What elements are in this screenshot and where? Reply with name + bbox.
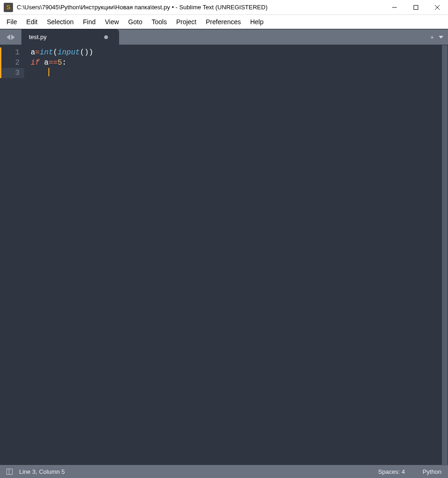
window-controls <box>384 0 448 14</box>
line-number: 3 <box>0 68 24 78</box>
close-button[interactable] <box>427 0 448 14</box>
code-line: if a==5: <box>31 58 393 68</box>
text-caret <box>48 68 49 76</box>
line-number-gutter: 123 <box>0 45 24 465</box>
code-line <box>31 68 393 78</box>
minimap[interactable] <box>393 45 441 465</box>
tab-history-nav <box>0 29 21 45</box>
nav-forward-icon[interactable] <box>11 34 15 40</box>
tab-test-py[interactable]: test.py <box>21 29 119 45</box>
menu-item-help[interactable]: Help <box>246 16 268 27</box>
maximize-button[interactable] <box>405 0 427 14</box>
menu-item-edit[interactable]: Edit <box>22 16 42 27</box>
editor-area: 123 a=int(input())if a==5: <box>0 45 448 465</box>
cursor-position[interactable]: Line 3, Column 5 <box>19 468 65 475</box>
svg-rect-1 <box>414 5 418 9</box>
scrollbar-thumb[interactable] <box>442 45 448 465</box>
menu-item-view[interactable]: View <box>100 16 124 27</box>
line-number: 2 <box>0 58 24 68</box>
nav-back-icon[interactable] <box>7 34 10 40</box>
code-line: a=int(input()) <box>31 47 393 58</box>
menu-bar: FileEditSelectionFindViewGotoToolsProjec… <box>0 15 448 29</box>
menu-item-goto[interactable]: Goto <box>124 16 147 27</box>
line-number: 1 <box>0 47 24 58</box>
window-title: C:\Users\79045\Python\Инструкции\Новая п… <box>17 4 384 11</box>
minimize-button[interactable] <box>384 0 405 14</box>
dirty-indicator-icon <box>104 35 108 39</box>
title-bar: S C:\Users\79045\Python\Инструкции\Новая… <box>0 0 448 15</box>
menu-item-preferences[interactable]: Preferences <box>201 16 245 27</box>
tab-label: test.py <box>29 33 47 40</box>
code-editor[interactable]: a=int(input())if a==5: <box>24 45 393 465</box>
indentation-status[interactable]: Spaces: 4 <box>378 468 405 475</box>
menu-item-selection[interactable]: Selection <box>42 16 79 27</box>
status-bar: Line 3, Column 5 Spaces: 4 Python <box>0 465 448 478</box>
panel-switcher-icon[interactable] <box>7 469 13 475</box>
tab-menu-icon[interactable] <box>439 36 443 39</box>
syntax-status[interactable]: Python <box>423 468 441 475</box>
vertical-scrollbar[interactable] <box>441 45 448 465</box>
new-tab-button[interactable]: + <box>430 33 434 41</box>
app-icon: S <box>4 3 13 12</box>
tab-bar: test.py + <box>0 29 448 45</box>
menu-item-file[interactable]: File <box>2 16 22 27</box>
menu-item-find[interactable]: Find <box>78 16 100 27</box>
menu-item-tools[interactable]: Tools <box>147 16 172 27</box>
menu-item-project[interactable]: Project <box>172 16 201 27</box>
